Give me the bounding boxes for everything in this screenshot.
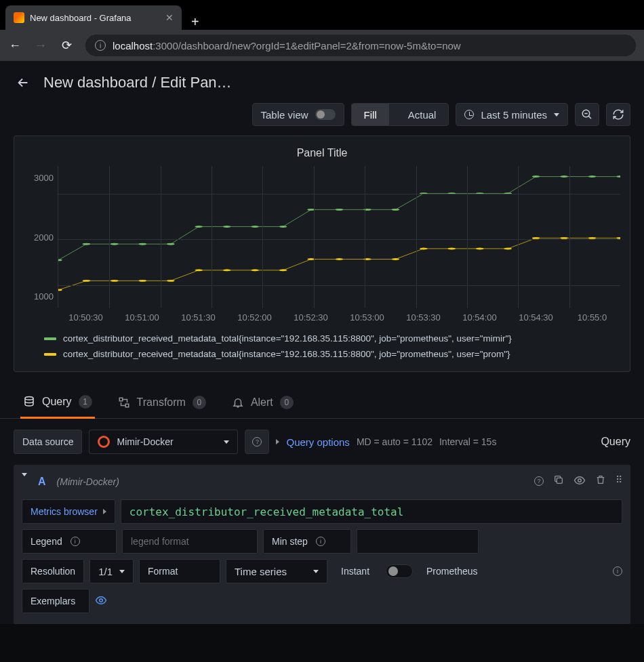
toggle-visibility-icon[interactable] — [573, 474, 586, 489]
duplicate-query-icon[interactable] — [553, 474, 564, 489]
svg-point-43 — [588, 237, 597, 239]
bell-icon — [232, 396, 244, 409]
exemplars-visibility-icon[interactable] — [95, 594, 107, 608]
tab-title: New dashboard - Grafana — [30, 13, 132, 23]
site-info-icon[interactable]: i — [95, 40, 106, 51]
query-options-link[interactable]: Query options — [286, 436, 349, 448]
format-select[interactable]: Time series — [226, 559, 327, 583]
drag-handle-icon[interactable]: ⠿ — [616, 474, 622, 489]
legend-item[interactable]: cortex_distributor_received_metadata_tot… — [44, 331, 620, 346]
query-editor: A (Mimir-Docker) ? ⠿ Metrics browser — [14, 465, 630, 624]
instant-switch[interactable] — [386, 564, 413, 578]
table-view-label: Table view — [261, 109, 308, 121]
svg-point-26 — [110, 280, 119, 282]
fill-actual-segmented: Fill Actual — [351, 103, 449, 126]
svg-point-32 — [279, 269, 287, 271]
datasource-help-button[interactable]: ? — [245, 430, 269, 454]
query-ref-id[interactable]: A — [38, 476, 46, 488]
instant-label: Instant — [333, 559, 380, 583]
zoom-out-icon — [581, 108, 593, 121]
query-inspector-button[interactable]: Query — [601, 436, 630, 448]
datasource-value: Mimir-Docker — [117, 436, 173, 447]
svg-point-4 — [83, 243, 91, 245]
prometheus-label: Prometheus — [418, 559, 493, 583]
svg-point-49 — [578, 479, 582, 482]
chevron-right-icon — [103, 509, 106, 514]
tab-alert[interactable]: Alert 0 — [229, 389, 296, 417]
query-help-icon[interactable]: ? — [534, 474, 544, 489]
chevron-right-icon[interactable] — [276, 439, 279, 444]
info-icon[interactable]: i — [613, 566, 622, 576]
reload-icon[interactable]: ⟳ — [60, 38, 73, 53]
arrow-left-icon — [16, 75, 31, 90]
query-header: A (Mimir-Docker) ? ⠿ — [22, 472, 622, 497]
time-range-label: Last 5 minutes — [481, 109, 547, 121]
query-expression-input[interactable]: cortex_distributor_received_metadata_tot… — [121, 499, 622, 524]
close-tab-icon[interactable]: ✕ — [165, 12, 174, 23]
new-tab-button[interactable]: + — [182, 14, 209, 30]
resolution-select[interactable]: 1/1 — [89, 559, 134, 583]
info-icon[interactable]: i — [316, 537, 325, 546]
x-tick: 10:52:30 — [283, 312, 339, 323]
datasource-label: Data source — [14, 430, 82, 454]
chevron-down-icon — [22, 473, 27, 487]
tab-query-label: Query — [42, 396, 72, 408]
tab-query[interactable]: Query 1 — [20, 388, 95, 419]
svg-point-24 — [58, 289, 62, 291]
table-view-toggle[interactable]: Table view — [252, 103, 344, 126]
svg-point-22 — [588, 175, 597, 178]
legend-swatch — [44, 353, 56, 356]
refresh-icon — [612, 108, 624, 121]
chevron-down-icon — [224, 440, 229, 444]
info-icon[interactable]: i — [71, 537, 80, 546]
back-icon[interactable]: ← — [8, 39, 22, 53]
svg-point-3 — [58, 259, 62, 261]
svg-point-40 — [504, 247, 512, 249]
panel-title[interactable]: Panel Title — [24, 143, 620, 166]
resolution-label: Resolution — [22, 559, 84, 583]
page-header: New dashboard / Edit Pan… — [0, 61, 644, 99]
transform-icon — [118, 396, 130, 409]
datasource-select[interactable]: Mimir-Docker — [89, 430, 238, 454]
breadcrumb[interactable]: New dashboard / Edit Pan… — [43, 74, 232, 91]
x-tick: 10:51:30 — [170, 312, 226, 323]
fill-segment[interactable]: Fill — [352, 104, 389, 125]
legend-label: cortex_distributor_received_metadata_tot… — [63, 333, 512, 344]
svg-line-2 — [588, 116, 591, 119]
y-tick: 1000 — [34, 291, 54, 302]
min-step-label: Min step i — [263, 529, 351, 554]
svg-point-29 — [195, 269, 203, 271]
zoom-out-button[interactable] — [575, 103, 599, 126]
svg-point-36 — [392, 258, 400, 260]
forward-icon: → — [34, 39, 47, 53]
browser-tab[interactable]: New dashboard - Grafana ✕ — [5, 5, 182, 30]
svg-point-20 — [532, 175, 540, 178]
legend-input[interactable] — [122, 529, 258, 554]
url-host: localhost — [113, 40, 153, 51]
url-field[interactable]: i localhost:3000/dashboard/new?orgId=1&e… — [85, 35, 636, 56]
refresh-button[interactable] — [606, 103, 630, 126]
tab-transform-label: Transform — [137, 396, 186, 409]
delete-query-icon[interactable] — [595, 474, 606, 489]
svg-point-7 — [167, 243, 175, 245]
md-info: MD = auto = 1102 — [357, 436, 432, 447]
time-range-picker[interactable]: Last 5 minutes — [456, 103, 568, 126]
svg-point-5 — [110, 243, 119, 245]
chevron-down-icon — [554, 113, 559, 117]
svg-point-23 — [616, 175, 620, 178]
collapse-button[interactable] — [22, 476, 27, 487]
legend-item[interactable]: cortex_distributor_received_metadata_tot… — [44, 346, 620, 362]
svg-point-6 — [139, 243, 147, 245]
toggle-switch[interactable] — [315, 109, 336, 120]
tab-transform[interactable]: Transform 0 — [115, 389, 209, 417]
tab-query-count: 1 — [79, 395, 92, 409]
plot-area[interactable] — [58, 166, 620, 308]
metrics-browser-button[interactable]: Metrics browser — [22, 499, 115, 524]
svg-point-44 — [616, 237, 620, 239]
actual-segment[interactable]: Actual — [396, 104, 449, 125]
back-arrow-button[interactable] — [14, 73, 33, 92]
svg-point-50 — [100, 598, 103, 602]
x-tick: 10:53:00 — [339, 312, 395, 323]
exemplars-label: Exemplars — [22, 589, 89, 613]
min-step-input[interactable] — [357, 529, 479, 554]
